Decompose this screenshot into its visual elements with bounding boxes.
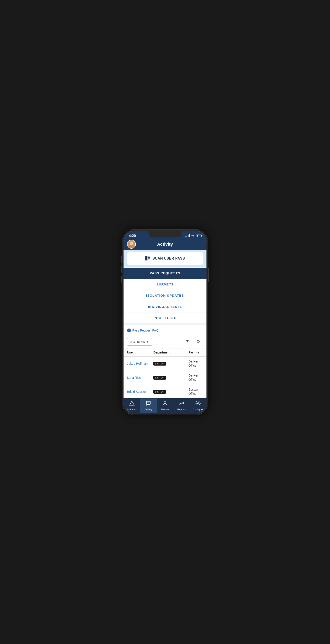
user-name-luna[interactable]: Luna Ricci — [127, 376, 153, 380]
configure-icon — [196, 401, 201, 407]
volume-up-button[interactable] — [121, 266, 122, 273]
qr-icon — [145, 256, 150, 262]
refresh-button[interactable] — [194, 338, 203, 346]
faq-link[interactable]: i Pass Request FAQ — [127, 328, 203, 332]
notch — [148, 231, 182, 238]
svg-point-15 — [148, 402, 149, 403]
scan-section: SCAN USER PASS — [124, 250, 206, 267]
info-icon: i — [127, 328, 131, 332]
tab-pass-requests[interactable]: PASS REQUESTS — [124, 268, 206, 279]
filter-button[interactable] — [183, 338, 192, 346]
svg-point-17 — [164, 402, 166, 403]
people-label: People — [161, 408, 169, 411]
svg-rect-8 — [146, 259, 147, 260]
faq-section: i Pass Request FAQ — [124, 326, 206, 336]
visitor-badge-jakob: VISITOR — [153, 362, 166, 366]
facility-luna: Denver Office — [188, 374, 203, 382]
visitor-badge-brigid: VISITOR — [153, 390, 166, 394]
signal-icon — [185, 234, 190, 238]
svg-point-14 — [148, 402, 148, 403]
dropdown-arrow-icon: ▼ — [146, 340, 149, 344]
visitor-badge-luna: VISITOR — [153, 376, 166, 380]
svg-point-18 — [198, 403, 199, 404]
actions-bar: ACTIONS ▼ — [124, 336, 206, 348]
dept-cell-brigid: VISITOR – — [153, 390, 188, 394]
header-title: Activity — [157, 242, 173, 247]
dept-cell-luna: VISITOR – — [153, 376, 188, 380]
header-facility: Facility — [188, 351, 203, 354]
users-table: User Department Facility Jakob Hoffman V… — [124, 348, 206, 398]
svg-rect-11 — [148, 260, 149, 260]
tab-surveys[interactable]: SURVEYS — [124, 279, 206, 290]
tab-label-pool-tests: POOL TESTS — [154, 316, 177, 320]
tab-label-individual-tests: INDIVIDUAL TESTS — [148, 305, 182, 308]
avatar[interactable] — [127, 240, 136, 248]
tab-individual-tests[interactable]: INDIVIDUAL TESTS — [124, 301, 206, 312]
content-area: SCAN USER PASS PASS REQUESTS SURVEYS ISO… — [124, 250, 206, 398]
nav-configure[interactable]: Configure — [190, 398, 206, 414]
tab-isolation-updates[interactable]: ISOLATION UPDATES — [124, 290, 206, 301]
nav-tabs: PASS REQUESTS SURVEYS ISOLATION UPDATES … — [124, 268, 206, 324]
nav-incidents[interactable]: Incidents — [124, 398, 140, 414]
table-row: Luna Ricci VISITOR – Denver Office — [124, 371, 206, 385]
svg-rect-6 — [148, 256, 150, 257]
filter-icon — [186, 340, 189, 344]
facility-brigid: Boston Office — [188, 388, 203, 396]
bottom-navigation: Incidents Activity — [124, 398, 206, 414]
volume-mute-button[interactable] — [121, 256, 122, 263]
activity-label: Activity — [144, 408, 152, 411]
svg-rect-10 — [149, 258, 150, 259]
reports-label: Reports — [177, 408, 186, 411]
dept-cell-jakob: VISITOR – — [153, 362, 188, 366]
battery-icon — [196, 234, 201, 237]
volume-down-button[interactable] — [121, 276, 122, 282]
table-header-row: User Department Facility — [124, 348, 206, 357]
activity-icon — [146, 401, 151, 407]
nav-people[interactable]: People — [157, 398, 173, 414]
header-user: User — [127, 351, 153, 354]
configure-label: Configure — [193, 408, 204, 411]
incidents-icon — [129, 401, 134, 407]
facility-jakob: Denver Office — [188, 360, 203, 368]
reports-icon — [179, 401, 184, 407]
tab-label-surveys: SURVEYS — [156, 282, 174, 286]
user-name-brigid[interactable]: Brigid Kessler — [127, 390, 153, 394]
toolbar-icon-buttons — [183, 338, 203, 346]
incidents-label: Incidents — [127, 408, 137, 411]
dept-dash-luna: – — [168, 376, 170, 380]
power-button[interactable] — [208, 268, 209, 282]
faq-label: Pass Request FAQ — [132, 329, 158, 332]
svg-rect-12 — [149, 260, 150, 260]
time-display: 4:20 — [129, 234, 136, 238]
svg-rect-9 — [148, 258, 149, 259]
status-icons — [185, 234, 201, 238]
user-name-jakob[interactable]: Jakob Hoffman — [127, 362, 153, 366]
phone-frame: 4:20 — [122, 230, 208, 415]
svg-point-13 — [132, 404, 132, 404]
app-header: Activity — [124, 240, 206, 250]
scan-user-pass-button[interactable]: SCAN USER PASS — [127, 252, 203, 265]
dept-dash-brigid: – — [168, 390, 170, 394]
svg-point-16 — [149, 402, 150, 403]
actions-dropdown-button[interactable]: ACTIONS ▼ — [127, 338, 152, 346]
nav-reports[interactable]: Reports — [173, 398, 190, 414]
people-icon — [162, 401, 168, 407]
nav-activity[interactable]: Activity — [140, 398, 157, 414]
table-row: Jakob Hoffman VISITOR – Denver Office — [124, 357, 206, 371]
refresh-icon — [196, 340, 200, 344]
wifi-icon — [191, 234, 194, 238]
svg-point-1 — [130, 241, 133, 245]
svg-rect-4 — [146, 256, 147, 257]
tab-label-pass-requests: PASS REQUESTS — [150, 271, 180, 275]
dept-dash-jakob: – — [168, 362, 170, 365]
tab-label-isolation-updates: ISOLATION UPDATES — [146, 294, 184, 297]
tab-pool-tests[interactable]: POOL TESTS — [124, 312, 206, 324]
phone-screen: 4:20 — [124, 231, 206, 414]
table-row: Brigid Kessler VISITOR – Boston Office — [124, 385, 206, 398]
actions-label: ACTIONS — [130, 340, 145, 344]
scan-button-label: SCAN USER PASS — [152, 256, 185, 260]
header-department: Department — [153, 351, 188, 354]
